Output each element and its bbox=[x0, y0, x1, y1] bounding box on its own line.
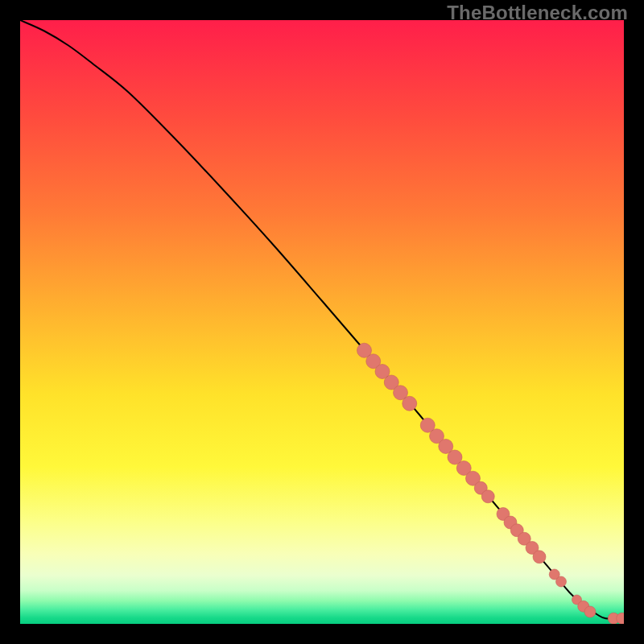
watermark-text: TheBottleneck.com bbox=[447, 2, 628, 24]
chart-svg bbox=[20, 20, 624, 624]
marker-dot bbox=[533, 551, 546, 564]
chart-background bbox=[20, 20, 624, 624]
stage: TheBottleneck.com bbox=[0, 0, 644, 644]
chart-plot bbox=[20, 20, 624, 624]
marker-dot bbox=[556, 576, 567, 587]
marker-dot bbox=[402, 396, 417, 411]
marker-dot bbox=[584, 606, 596, 617]
marker-dot bbox=[481, 490, 494, 503]
